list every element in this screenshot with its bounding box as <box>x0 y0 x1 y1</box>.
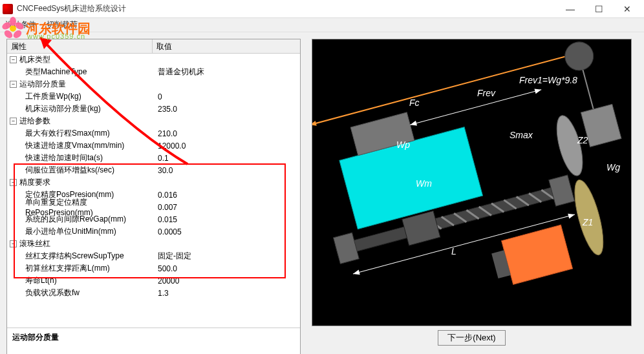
label-l: L <box>451 246 456 256</box>
row-vmax-value[interactable]: 12000.0 <box>153 141 186 151</box>
expander-icon[interactable]: − <box>10 118 17 125</box>
group-precision: 精度要求 <box>19 177 50 188</box>
row-L-label: 初算丝杠支撑距离L(mm) <box>7 263 153 274</box>
app-icon <box>3 4 13 14</box>
close-button[interactable]: ✕ <box>613 0 641 18</box>
next-button[interactable]: 下一步(Next) <box>438 330 505 346</box>
row-L-value[interactable]: 500.0 <box>153 264 177 273</box>
expander-icon[interactable]: − <box>10 179 17 186</box>
group-feed-params: 进给参数 <box>19 116 50 127</box>
svg-point-29 <box>562 39 597 74</box>
group-motion-mass: 运动部分质量 <box>19 79 66 90</box>
window-title: CNCFeedSys机床进给系统设计 <box>17 3 556 14</box>
label-wp: Wp <box>396 140 410 150</box>
svg-rect-23 <box>549 175 575 206</box>
row-vmax-label: 快速进给速度Vmax(mm/min) <box>7 140 153 151</box>
maximize-button[interactable]: ☐ <box>585 0 613 18</box>
header-value: 取值 <box>153 39 176 53</box>
group-ball-screw: 滚珠丝杠 <box>19 238 50 249</box>
label-z1: Z1 <box>583 217 593 227</box>
label-frev1: Frev1=Wg*9.8 <box>519 75 577 85</box>
svg-rect-24 <box>402 211 440 246</box>
row-smax-label: 最大有效行程Smax(mm) <box>7 128 153 139</box>
svg-rect-22 <box>333 233 359 264</box>
row-repos-value[interactable]: 0.007 <box>153 203 177 212</box>
svg-rect-27 <box>502 225 573 284</box>
expander-icon[interactable]: − <box>10 81 17 88</box>
row-unitmin-label: 最小进给单位UnitMin(mm) <box>7 226 153 237</box>
row-pos-value[interactable]: 0.016 <box>153 191 177 200</box>
svg-line-30 <box>583 70 593 109</box>
svg-marker-33 <box>352 269 360 276</box>
row-ks-label: 伺服位置循环增益ks(/sec) <box>7 165 153 176</box>
expander-icon[interactable]: − <box>10 56 17 63</box>
row-smax-value[interactable]: 210.0 <box>153 129 177 138</box>
row-revgap-value[interactable]: 0.015 <box>153 215 177 224</box>
row-fw-label: 负载状况系数fw <box>7 287 153 298</box>
title-bar: CNCFeedSys机床进给系统设计 — ☐ ✕ <box>0 0 644 18</box>
row-mass-label: 机床运动部分质量(kg) <box>7 103 153 114</box>
property-header: 属性 取值 <box>7 39 300 54</box>
row-machinetype-value[interactable]: 普通金切机床 <box>153 67 204 78</box>
row-mass-value[interactable]: 235.0 <box>153 105 177 114</box>
row-ta-value[interactable]: 0.1 <box>153 154 169 163</box>
menu-bar: 设计条件 切削载荷 <box>0 18 644 32</box>
row-ta-label: 快速进给加速时间ta(s) <box>7 152 153 163</box>
label-z2: Z2 <box>577 135 588 145</box>
label-fc: Fc <box>409 98 420 108</box>
svg-marker-8 <box>312 121 317 127</box>
group-machine-type: 机床类型 <box>19 54 50 65</box>
row-fw-value[interactable]: 1.3 <box>153 289 169 298</box>
minimize-button[interactable]: — <box>556 0 585 18</box>
row-wp-value[interactable]: 0 <box>153 92 162 101</box>
header-attr: 属性 <box>7 39 153 53</box>
expander-icon[interactable]: − <box>10 240 17 247</box>
row-lt-label: 寿命Lt(h) <box>7 275 153 286</box>
row-wp-label: 工件质量Wp(kg) <box>7 91 153 102</box>
svg-point-25 <box>552 113 588 178</box>
property-grid: 属性 取值 −机床类型 类型MachineType普通金切机床 −运动部分质量 … <box>6 39 301 354</box>
row-ks-value[interactable]: 30.0 <box>153 166 173 175</box>
label-smax: Smax <box>510 130 533 140</box>
label-frev: Frev <box>477 88 495 98</box>
feed-system-diagram: Fc Frev Frev1=Wg*9.8 Wp Wm Wg Smax L Z1 … <box>312 39 632 326</box>
menu-cutting-load[interactable]: 切削载荷 <box>47 19 78 30</box>
svg-line-35 <box>410 90 541 125</box>
svg-line-6 <box>312 52 585 125</box>
row-machinetype-label: 类型MachineType <box>7 67 153 78</box>
svg-marker-37 <box>534 87 542 94</box>
row-revgap-label: 系统的反向间隙RevGap(mm) <box>7 214 153 225</box>
row-screw-label: 丝杠支撑结构ScrewSupType <box>7 251 153 262</box>
label-wg: Wg <box>606 162 620 172</box>
row-lt-value[interactable]: 20000 <box>153 276 179 286</box>
row-unitmin-value[interactable]: 0.0005 <box>153 227 182 236</box>
label-wm: Wm <box>416 178 432 189</box>
description-label: 运动部分质量 <box>7 328 300 354</box>
row-screw-value[interactable]: 固定-固定 <box>153 251 191 262</box>
svg-marker-34 <box>568 212 575 218</box>
menu-design-conditions[interactable]: 设计条件 <box>5 19 36 30</box>
